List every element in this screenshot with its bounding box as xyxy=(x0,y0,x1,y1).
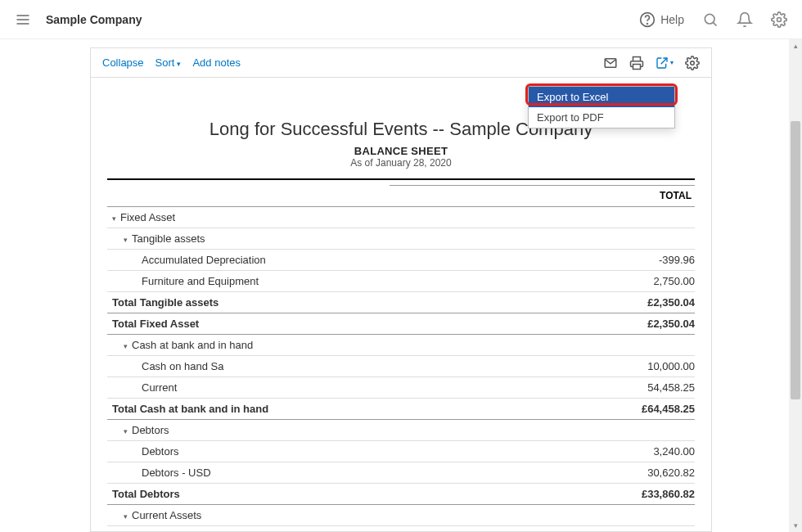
bell-icon[interactable] xyxy=(737,11,753,28)
svg-point-5 xyxy=(705,14,714,24)
table-row: Tangible assets xyxy=(107,228,695,250)
report-subtitle: BALANCE SHEET xyxy=(107,145,695,157)
table-header-row: TOTAL xyxy=(107,180,695,207)
table-row: Debtors xyxy=(107,420,695,441)
row-amount: £33,860.82 xyxy=(642,488,695,500)
table-row: Furniture and Equipment2,750.00 xyxy=(107,271,695,292)
row-label: Stock Asset xyxy=(107,530,653,531)
topbar: Sample Company Help xyxy=(0,0,802,39)
row-amount: -399.96 xyxy=(659,254,695,266)
row-amount: 8,411.93 xyxy=(653,530,695,531)
scroll-up-arrow-icon[interactable]: ▴ xyxy=(789,39,802,52)
total-column-header: TOTAL xyxy=(390,185,695,201)
row-amount: 2,750.00 xyxy=(653,275,695,287)
table-row: Total Debtors£33,860.82 xyxy=(107,484,695,505)
row-label: Current xyxy=(107,381,647,394)
page-scrollbar[interactable]: ▴ ▾ xyxy=(789,39,802,532)
table-row: Cash at bank and in hand xyxy=(107,335,695,356)
email-icon[interactable] xyxy=(603,56,618,70)
print-icon[interactable] xyxy=(629,56,644,70)
sort-link[interactable]: Sort xyxy=(155,56,182,69)
collapse-link[interactable]: Collapse xyxy=(102,56,144,69)
table-row: Debtors - USD30,620.82 xyxy=(107,462,695,484)
table-row: Cash on hand Sa10,000.00 xyxy=(107,356,695,377)
row-label: Total Tangible assets xyxy=(107,296,647,309)
table-row: Stock Asset8,411.93 xyxy=(107,526,695,531)
company-name: Sample Company xyxy=(46,13,142,26)
row-amount: 30,620.82 xyxy=(647,467,695,479)
row-label[interactable]: Tangible assets xyxy=(107,232,695,245)
export-pdf-item[interactable]: Export to PDF xyxy=(529,107,674,128)
table-row: Fixed Asset xyxy=(107,207,695,228)
toolbar-right xyxy=(603,56,700,70)
help-label: Help xyxy=(660,13,684,26)
topbar-right: Help xyxy=(639,11,787,28)
row-label[interactable]: Current Assets xyxy=(107,509,695,521)
table-row: Total Cash at bank and in hand£64,458.25 xyxy=(107,399,695,420)
scroll-down-arrow-icon[interactable]: ▾ xyxy=(789,519,802,532)
report-settings-icon[interactable] xyxy=(685,56,700,70)
row-label: Debtors xyxy=(107,445,653,458)
svg-line-6 xyxy=(713,22,716,25)
report-toolbar: Collapse Sort Add notes xyxy=(91,48,711,78)
table-row: Total Tangible assets£2,350.04 xyxy=(107,292,695,313)
report-date: As of January 28, 2020 xyxy=(107,157,695,169)
search-icon[interactable] xyxy=(702,11,719,28)
table-row: Debtors3,240.00 xyxy=(107,441,695,462)
report-body: Long for Successful Events -- Sample Com… xyxy=(91,78,711,531)
row-label[interactable]: Debtors xyxy=(107,424,695,436)
main: Collapse Sort Add notes E xyxy=(0,39,802,532)
row-amount: 54,458.25 xyxy=(647,381,695,394)
row-label: Total Debtors xyxy=(107,488,642,500)
svg-point-11 xyxy=(691,61,695,65)
hamburger-icon[interactable] xyxy=(15,11,31,28)
row-label: Total Fixed Asset xyxy=(107,318,647,330)
row-label: Accumulated Depreciation xyxy=(107,254,659,266)
export-excel-item[interactable]: Export to Excel xyxy=(529,87,674,107)
row-label: Total Cash at bank and in hand xyxy=(107,403,642,415)
scrollbar-thumb[interactable] xyxy=(791,121,800,399)
row-amount: £2,350.04 xyxy=(647,318,695,330)
row-label[interactable]: Fixed Asset xyxy=(107,211,695,223)
balance-table: TOTAL Fixed AssetTangible assetsAccumula… xyxy=(107,178,695,531)
toolbar-left: Collapse Sort Add notes xyxy=(102,56,241,69)
row-amount: 10,000.00 xyxy=(647,360,695,372)
svg-rect-9 xyxy=(633,64,641,69)
row-amount: £2,350.04 xyxy=(647,296,695,309)
topbar-left: Sample Company xyxy=(15,11,142,28)
svg-point-4 xyxy=(647,23,648,24)
report-container: Collapse Sort Add notes E xyxy=(90,47,712,532)
table-row: Accumulated Depreciation-399.96 xyxy=(107,250,695,271)
help-button[interactable]: Help xyxy=(639,11,684,28)
row-label: Debtors - USD xyxy=(107,467,647,479)
row-label: Furniture and Equipment xyxy=(107,275,653,287)
export-icon[interactable] xyxy=(656,56,674,70)
table-row: Total Fixed Asset£2,350.04 xyxy=(107,313,695,335)
svg-line-10 xyxy=(661,58,667,64)
export-dropdown: Export to Excel Export to PDF xyxy=(528,86,675,128)
row-amount: £64,458.25 xyxy=(642,403,695,415)
svg-point-7 xyxy=(777,17,782,21)
row-amount: 3,240.00 xyxy=(653,445,695,458)
gear-icon[interactable] xyxy=(771,11,787,28)
table-row: Current54,458.25 xyxy=(107,377,695,399)
add-notes-link[interactable]: Add notes xyxy=(192,56,241,69)
table-row: Current Assets xyxy=(107,505,695,526)
row-label: Cash on hand Sa xyxy=(107,360,647,372)
row-label[interactable]: Cash at bank and in hand xyxy=(107,339,695,351)
